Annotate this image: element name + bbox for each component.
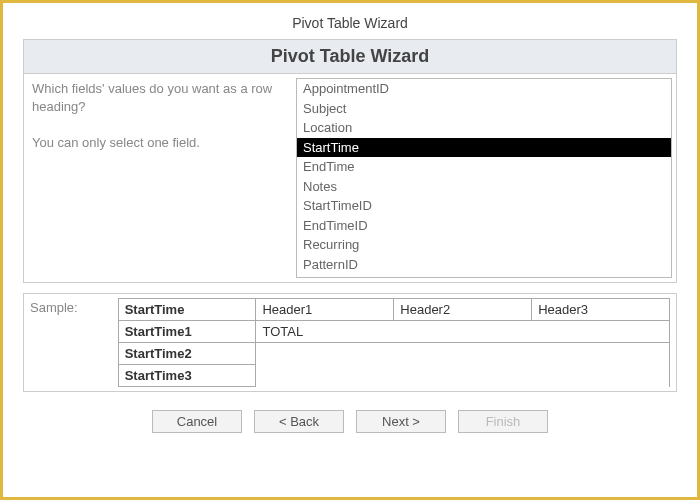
panel-title: Pivot Table Wizard <box>24 40 676 74</box>
field-option[interactable]: Subject <box>297 99 671 119</box>
sample-row-label: StartTime1 <box>118 321 256 343</box>
button-row: Cancel < Back Next > Finish <box>3 402 697 447</box>
table-row: StartTime2 <box>118 343 669 365</box>
wizard-panel: Pivot Table Wizard Which fields' values … <box>23 39 677 283</box>
finish-button: Finish <box>458 410 548 433</box>
sample-row-label: StartTime2 <box>118 343 256 365</box>
field-option-selected[interactable]: StartTime <box>297 138 671 158</box>
field-option[interactable]: Recurring <box>297 235 671 255</box>
prompt-note: You can only select one field. <box>32 134 284 152</box>
back-button[interactable]: < Back <box>254 410 344 433</box>
sample-header: Header1 <box>256 299 394 321</box>
field-option[interactable]: Location <box>297 118 671 138</box>
content-row: Which fields' values do you want as a ro… <box>24 74 676 282</box>
field-option[interactable]: StartTimeID <box>297 196 671 216</box>
field-option[interactable]: RecurEvery <box>297 274 671 278</box>
sample-label: Sample: <box>30 298 108 387</box>
field-option[interactable]: PatternID <box>297 255 671 275</box>
table-row: StartTime Header1 Header2 Header3 <box>118 299 669 321</box>
prompt-column: Which fields' values do you want as a ro… <box>28 78 288 278</box>
sample-field-header: StartTime <box>118 299 256 321</box>
field-option[interactable]: Notes <box>297 177 671 197</box>
next-button[interactable]: Next > <box>356 410 446 433</box>
field-option[interactable]: AppointmentID <box>297 79 671 99</box>
cancel-button[interactable]: Cancel <box>152 410 242 433</box>
sample-empty-cell <box>256 343 670 387</box>
sample-header: Header2 <box>394 299 532 321</box>
sample-panel: Sample: StartTime Header1 Header2 Header… <box>23 293 677 392</box>
table-row: StartTime1 TOTAL <box>118 321 669 343</box>
field-option[interactable]: EndTimeID <box>297 216 671 236</box>
fields-listbox[interactable]: AppointmentID Subject Location StartTime… <box>296 78 672 278</box>
prompt-question: Which fields' values do you want as a ro… <box>32 80 284 116</box>
sample-total-cell: TOTAL <box>256 321 670 343</box>
sample-header: Header3 <box>532 299 670 321</box>
field-option[interactable]: EndTime <box>297 157 671 177</box>
sample-table: StartTime Header1 Header2 Header3 StartT… <box>118 298 670 387</box>
window-title: Pivot Table Wizard <box>3 3 697 39</box>
sample-row-label: StartTime3 <box>118 365 256 387</box>
